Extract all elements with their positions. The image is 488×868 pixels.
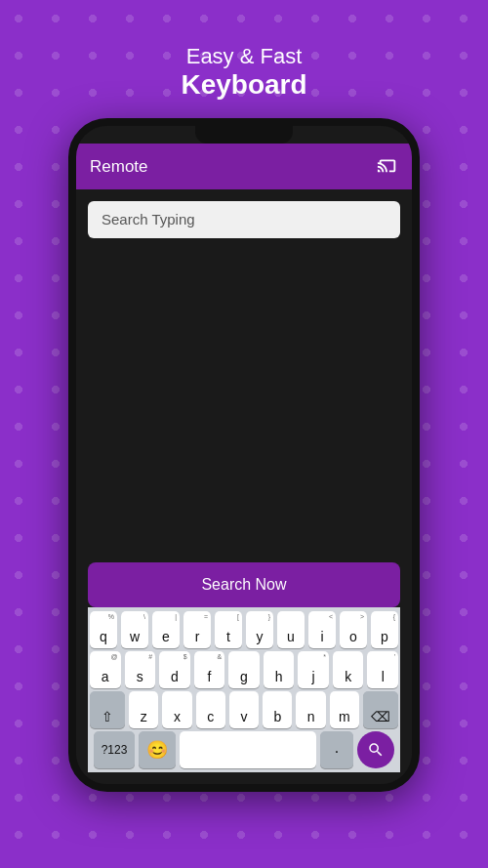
key-q[interactable]: %q <box>90 611 117 648</box>
keyboard-row-3: ⇧ z x c v b n m ⌫ <box>90 691 398 728</box>
key-f-sub: & <box>218 653 223 660</box>
key-x[interactable]: x <box>162 691 191 728</box>
key-y-sub: } <box>268 613 270 620</box>
keyboard: %q \w |e =r [t }y u <i >o {p @a #s $d &f… <box>88 607 400 772</box>
header-subtitle: Easy & Fast <box>181 44 306 69</box>
key-l[interactable]: 'l <box>367 651 398 688</box>
key-o[interactable]: >o <box>340 611 367 648</box>
key-w-sub: \ <box>143 613 145 620</box>
key-l-sub: ' <box>394 653 395 660</box>
key-d[interactable]: $d <box>159 651 190 688</box>
key-z[interactable]: z <box>129 691 158 728</box>
key-s[interactable]: #s <box>125 651 156 688</box>
key-a[interactable]: @a <box>90 651 121 688</box>
key-s-sub: # <box>148 653 152 660</box>
key-e-sub: | <box>175 613 177 620</box>
keyboard-bottom-row: ?123 😊 . <box>90 731 398 768</box>
key-m[interactable]: m <box>330 691 359 728</box>
key-space[interactable] <box>180 731 316 768</box>
key-p-sub: { <box>393 613 395 620</box>
key-w[interactable]: \w <box>121 611 148 648</box>
app-bar-title: Remote <box>90 157 148 177</box>
key-r[interactable]: =r <box>183 611 211 648</box>
key-o-sub: > <box>360 613 364 620</box>
search-input-text: Search Typing <box>102 211 195 227</box>
key-u[interactable]: u <box>277 611 305 648</box>
phone-notch <box>195 126 293 144</box>
key-emoji[interactable]: 😊 <box>139 731 176 768</box>
key-j[interactable]: *j <box>298 651 329 688</box>
key-h[interactable]: h <box>264 651 295 688</box>
key-search[interactable] <box>357 731 394 768</box>
key-j-sub: * <box>323 653 326 660</box>
key-q-sub: % <box>108 613 114 620</box>
cast-icon[interactable] <box>377 153 398 180</box>
key-i-sub: < <box>329 613 333 620</box>
key-d-sub: $ <box>183 653 187 660</box>
key-t[interactable]: [t <box>215 611 242 648</box>
key-b[interactable]: b <box>263 691 292 728</box>
content-spacer <box>88 248 400 562</box>
key-e[interactable]: |e <box>152 611 180 648</box>
app-bar: Remote <box>76 144 412 189</box>
key-p[interactable]: {p <box>371 611 398 648</box>
key-dot[interactable]: . <box>320 731 353 768</box>
search-input-wrapper[interactable]: Search Typing <box>88 201 400 238</box>
key-v[interactable]: v <box>229 691 259 728</box>
keyboard-row-2: @a #s $d &f g h *j k 'l <box>90 651 398 688</box>
key-n[interactable]: n <box>296 691 325 728</box>
header-section: Easy & Fast Keyboard <box>181 44 306 101</box>
key-c[interactable]: c <box>196 691 225 728</box>
key-123[interactable]: ?123 <box>94 731 135 768</box>
key-t-sub: [ <box>237 613 239 620</box>
key-g[interactable]: g <box>228 651 260 688</box>
key-k[interactable]: k <box>333 651 364 688</box>
key-backspace[interactable]: ⌫ <box>363 691 398 728</box>
key-i[interactable]: <i <box>308 611 336 648</box>
keyboard-row-1: %q \w |e =r [t }y u <i >o {p <box>90 611 398 648</box>
key-f[interactable]: &f <box>194 651 225 688</box>
key-a-sub: @ <box>110 653 117 660</box>
header-title: Keyboard <box>181 69 306 101</box>
key-r-sub: = <box>204 613 208 620</box>
app-content: Search Typing Search Now %q \w |e =r [t … <box>76 189 412 784</box>
key-y[interactable]: }y <box>246 611 273 648</box>
search-now-button[interactable]: Search Now <box>88 562 400 607</box>
phone-mockup: Remote Search Typing Search Now %q \w |e… <box>68 118 420 792</box>
key-shift[interactable]: ⇧ <box>90 691 125 728</box>
